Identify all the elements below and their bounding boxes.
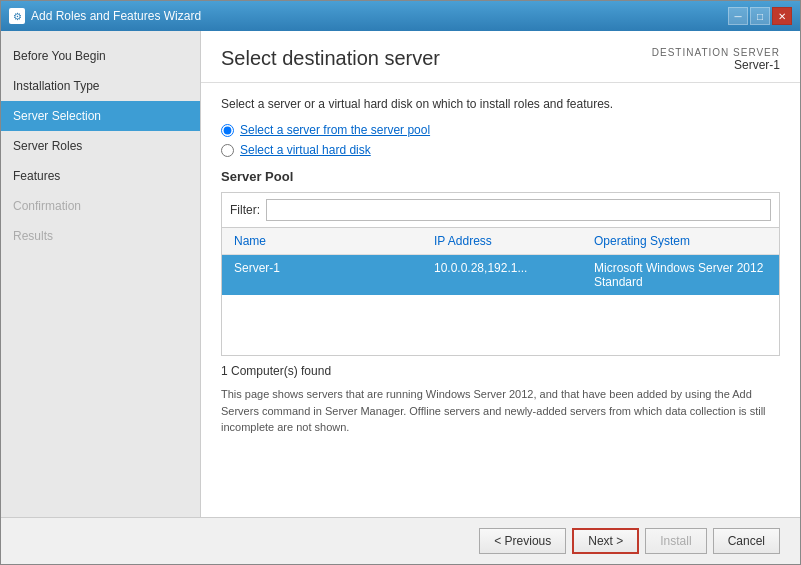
app-icon: ⚙: [9, 8, 25, 24]
title-bar: ⚙ Add Roles and Features Wizard ─ □ ✕: [1, 1, 800, 31]
dest-server-label: DESTINATION SERVER: [652, 47, 780, 58]
dest-server-info: DESTINATION SERVER Server-1: [652, 47, 780, 72]
content-area: Select destination server DESTINATION SE…: [201, 31, 800, 517]
main-content: Before You Begin Installation Type Serve…: [1, 31, 800, 517]
maximize-button[interactable]: □: [750, 7, 770, 25]
radio-group: Select a server from the server pool Sel…: [221, 123, 780, 157]
filter-bar: Filter:: [222, 193, 779, 228]
sidebar-item-features[interactable]: Features: [1, 161, 200, 191]
sidebar-item-results: Results: [1, 221, 200, 251]
radio-option-vhd: Select a virtual hard disk: [221, 143, 780, 157]
filter-input[interactable]: [266, 199, 771, 221]
radio-option-pool: Select a server from the server pool: [221, 123, 780, 137]
wizard-window: ⚙ Add Roles and Features Wizard ─ □ ✕ Be…: [0, 0, 801, 565]
row-ip: 10.0.0.28,192.1...: [430, 259, 590, 291]
server-pool-section-label: Server Pool: [221, 169, 780, 184]
dest-server-name: Server-1: [652, 58, 780, 72]
sidebar-item-before-you-begin[interactable]: Before You Begin: [1, 41, 200, 71]
col-header-name: Name: [230, 232, 430, 250]
radio-vhd-input[interactable]: [221, 144, 234, 157]
page-header: Select destination server DESTINATION SE…: [201, 31, 800, 83]
filter-label: Filter:: [230, 203, 260, 217]
server-pool-box: Filter: Name IP Address Operating System…: [221, 192, 780, 356]
info-text: This page shows servers that are running…: [221, 386, 780, 436]
sidebar-item-server-roles[interactable]: Server Roles: [1, 131, 200, 161]
minimize-button[interactable]: ─: [728, 7, 748, 25]
instruction-text: Select a server or a virtual hard disk o…: [221, 97, 780, 111]
sidebar-item-server-selection[interactable]: Server Selection: [1, 101, 200, 131]
previous-button[interactable]: < Previous: [479, 528, 566, 554]
sidebar: Before You Begin Installation Type Serve…: [1, 31, 201, 517]
window-title: Add Roles and Features Wizard: [31, 9, 201, 23]
row-os: Microsoft Windows Server 2012 Standard: [590, 259, 771, 291]
radio-vhd-label[interactable]: Select a virtual hard disk: [240, 143, 371, 157]
page-body: Select a server or a virtual hard disk o…: [201, 83, 800, 517]
close-button[interactable]: ✕: [772, 7, 792, 25]
radio-pool-label[interactable]: Select a server from the server pool: [240, 123, 430, 137]
table-body: Server-1 10.0.0.28,192.1... Microsoft Wi…: [222, 255, 779, 355]
table-header: Name IP Address Operating System: [222, 228, 779, 255]
table-row[interactable]: Server-1 10.0.0.28,192.1... Microsoft Wi…: [222, 255, 779, 295]
col-header-ip: IP Address: [430, 232, 590, 250]
sidebar-item-installation-type[interactable]: Installation Type: [1, 71, 200, 101]
found-text: 1 Computer(s) found: [221, 364, 780, 378]
row-name: Server-1: [230, 259, 430, 291]
title-bar-left: ⚙ Add Roles and Features Wizard: [9, 8, 201, 24]
install-button[interactable]: Install: [645, 528, 706, 554]
cancel-button[interactable]: Cancel: [713, 528, 780, 554]
sidebar-item-confirmation: Confirmation: [1, 191, 200, 221]
footer: < Previous Next > Install Cancel: [1, 517, 800, 564]
page-title: Select destination server: [221, 47, 440, 70]
title-bar-controls: ─ □ ✕: [728, 7, 792, 25]
radio-pool-input[interactable]: [221, 124, 234, 137]
next-button[interactable]: Next >: [572, 528, 639, 554]
col-header-os: Operating System: [590, 232, 771, 250]
